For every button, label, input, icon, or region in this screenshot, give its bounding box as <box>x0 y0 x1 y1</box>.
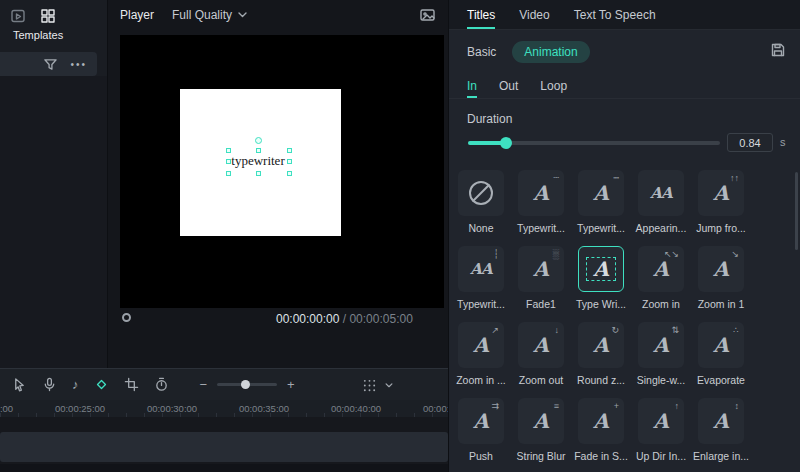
preset-typewrit[interactable]: ┄ATypewrit... <box>511 170 571 246</box>
crop-icon[interactable] <box>124 377 139 392</box>
preset-thumbnail[interactable]: ∴A <box>698 322 744 368</box>
audio-note-icon[interactable]: ♪ <box>72 377 79 392</box>
preset-thumbnail[interactable]: ↖↘A <box>638 246 684 292</box>
rotate-handle[interactable] <box>255 137 262 144</box>
preset-thumbnail[interactable]: ↑A <box>638 398 684 444</box>
preset-thumbnail[interactable]: +A <box>578 398 624 444</box>
preset-zoom-in-1[interactable]: ↘AZoom in 1 <box>691 246 751 322</box>
preset-appearin[interactable]: AAAppearin... <box>631 170 691 246</box>
preview-text[interactable]: typewriter <box>231 153 284 169</box>
preset-glyph: A <box>713 183 729 203</box>
selection-handle-right[interactable] <box>287 159 292 164</box>
sidebar-header: Templates ••• <box>0 0 108 76</box>
playhead-dot[interactable] <box>122 313 131 322</box>
track-manager-icon[interactable] <box>362 378 377 393</box>
selection-handle-top-left[interactable] <box>226 148 231 153</box>
duration-slider-handle[interactable] <box>500 137 512 149</box>
preset-typewrit[interactable]: ┆AATypewrit... <box>451 246 511 322</box>
preset-thumbnail[interactable]: ░A <box>518 246 564 292</box>
preset-glyph: A <box>593 183 609 203</box>
preset-thumbnail[interactable]: ⇉A <box>458 398 504 444</box>
preset-thumbnail[interactable]: ┆AA <box>458 246 504 292</box>
preset-none[interactable]: None <box>451 170 511 246</box>
media-panel-icon[interactable] <box>10 8 26 24</box>
filter-funnel-icon[interactable] <box>43 57 58 72</box>
selection-handle-bottom-right[interactable] <box>287 171 292 176</box>
preset-thumbnail[interactable]: ┉A <box>578 170 624 216</box>
preset-label: Push <box>451 450 511 462</box>
microphone-icon[interactable] <box>42 377 57 392</box>
preset-up-dir-in[interactable]: ↑AUp Dir In... <box>631 398 691 472</box>
tab-text-to-speech[interactable]: Text To Speech <box>574 0 656 29</box>
zoom-out-icon[interactable]: − <box>200 377 208 392</box>
preset-single-w[interactable]: ⇅ASingle-w... <box>631 322 691 398</box>
properties-panel: Titles Video Text To Speech Basic Animat… <box>448 0 800 472</box>
zoom-slider-handle[interactable] <box>241 380 250 389</box>
preset-thumbnail[interactable]: A <box>578 246 624 292</box>
preview-canvas[interactable]: typewriter <box>120 35 444 308</box>
preset-typewrit[interactable]: ┉ATypewrit... <box>571 170 631 246</box>
preset-type-wri[interactable]: AType Wri... <box>571 246 631 322</box>
selection-handle-bottom[interactable] <box>256 171 261 176</box>
preset-thumbnail[interactable]: ↕A <box>698 398 744 444</box>
preset-zoom-out[interactable]: ↓AZoom out <box>511 322 571 398</box>
preset-glyph: A <box>713 259 729 279</box>
timeline-timestamp: 00:00:25:00 <box>55 403 105 414</box>
preset-thumbnail[interactable]: ↑↑A <box>698 170 744 216</box>
templates-panel-icon[interactable] <box>40 8 56 24</box>
preset-label: Fade1 <box>511 298 571 310</box>
save-preset-icon[interactable] <box>770 42 786 58</box>
preset-thumbnail[interactable]: ↘A <box>698 246 744 292</box>
anim-tab-loop[interactable]: Loop <box>540 74 567 98</box>
chevron-down-icon[interactable] <box>385 383 393 388</box>
preset-thumbnail[interactable]: ↗A <box>458 322 504 368</box>
preset-round-z[interactable]: ↻ARound z... <box>571 322 631 398</box>
selection-handle-top-right[interactable] <box>287 148 292 153</box>
preset-push[interactable]: ⇉APush <box>451 398 511 472</box>
preset-zoom-in[interactable]: ↖↘AZoom in <box>631 246 691 322</box>
pointer-tool-icon[interactable] <box>12 377 27 392</box>
panel-scrollbar[interactable] <box>795 172 798 250</box>
selection-handle-bottom-left[interactable] <box>226 171 231 176</box>
preset-thumbnail[interactable]: ┄A <box>518 170 564 216</box>
preset-thumbnail[interactable]: AA <box>638 170 684 216</box>
keyframe-icon[interactable] <box>94 377 109 392</box>
preset-glyph: A <box>533 335 549 355</box>
zoom-in-icon[interactable]: + <box>287 377 295 392</box>
quality-dropdown[interactable]: Full Quality <box>172 8 247 22</box>
speed-timer-icon[interactable] <box>154 377 169 392</box>
preset-thumbnail[interactable]: ↓A <box>518 322 564 368</box>
preset-fade-in-s[interactable]: +AFade in S... <box>571 398 631 472</box>
duration-value-input[interactable]: 0.84 <box>727 133 773 152</box>
preset-deco-icon: ┄ <box>554 174 559 183</box>
preset-evaporate[interactable]: ∴AEvaporate <box>691 322 751 398</box>
selection-handle-top[interactable] <box>256 148 261 153</box>
subtab-animation[interactable]: Animation <box>512 41 589 63</box>
anim-tab-out[interactable]: Out <box>499 74 518 98</box>
preset-glyph: AA <box>650 186 671 201</box>
preset-glyph: A <box>533 259 549 279</box>
preset-thumbnail[interactable] <box>458 170 504 216</box>
preset-thumbnail[interactable]: ≡A <box>518 398 564 444</box>
tab-titles[interactable]: Titles <box>467 0 495 29</box>
subtab-basic[interactable]: Basic <box>467 45 496 59</box>
preset-jump-fro[interactable]: ↑↑AJump fro... <box>691 170 751 246</box>
preset-zoom-in[interactable]: ↗AZoom in ... <box>451 322 511 398</box>
preset-label: Typewrit... <box>451 298 511 310</box>
preset-fade1[interactable]: ░AFade1 <box>511 246 571 322</box>
preset-thumbnail[interactable]: ⇅A <box>638 322 684 368</box>
timeline-ruler[interactable]: 00:00:20:0000:00:25:0000:00:30:0000:00:3… <box>0 400 448 417</box>
selection-handle-left[interactable] <box>226 159 231 164</box>
anim-tab-in[interactable]: In <box>467 74 477 98</box>
timeline-track[interactable] <box>0 432 448 462</box>
preset-string-blur[interactable]: ≡AString Blur <box>511 398 571 472</box>
timeline-area: 00:00:20:0000:00:25:0000:00:30:0000:00:3… <box>0 400 448 472</box>
preset-enlarge-in[interactable]: ↕AEnlarge in... <box>691 398 751 472</box>
sidebar-tab-templates-label[interactable]: Templates <box>13 29 63 41</box>
preset-thumbnail[interactable]: ↻A <box>578 322 624 368</box>
more-options-icon[interactable]: ••• <box>70 59 87 70</box>
tab-video[interactable]: Video <box>519 0 549 29</box>
zoom-slider[interactable] <box>217 383 277 386</box>
preview-display-icon[interactable] <box>419 7 436 23</box>
preset-label: Zoom in 1 <box>691 298 751 310</box>
